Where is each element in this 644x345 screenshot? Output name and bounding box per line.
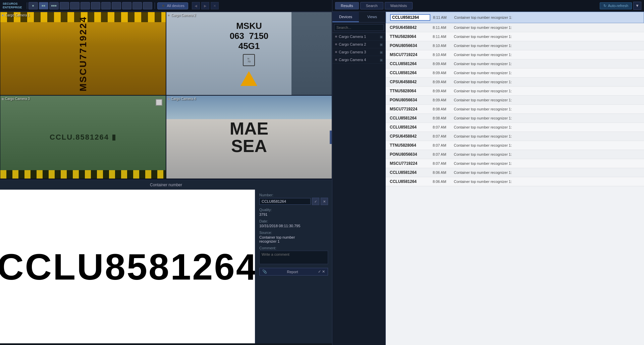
device-search-input[interactable]: [334, 24, 384, 31]
device-item-2[interactable]: Cargo Camera 3 ▣: [332, 48, 385, 56]
date-value: 10/31/2018 08:11:30.795: [259, 224, 328, 228]
cam2-warning-triangle: [240, 71, 257, 86]
result-source-10: Container top number recognizer 1:: [454, 107, 640, 111]
result-row-12[interactable]: CCLU85812648:07 AMContainer top number r…: [386, 123, 644, 132]
result-source-0: Container top number recognizer 1:: [454, 15, 640, 19]
number-confirm-button[interactable]: ✓: [312, 198, 319, 205]
container-number-display: CCLU8581264: [0, 190, 255, 343]
result-row-9[interactable]: PONU80566348:09 AMContainer top number r…: [386, 96, 644, 105]
tab-watchlists[interactable]: Watchlists: [385, 2, 413, 9]
result-time-7: 8:09 AM: [433, 80, 451, 84]
layout-btn-8[interactable]: ​: [101, 2, 111, 9]
layout-btn-5[interactable]: ​: [70, 2, 79, 9]
result-time-8: 8:09 AM: [433, 89, 451, 93]
device-item-1[interactable]: Cargo Camera 2 ▣: [332, 41, 385, 48]
layout-btn-6[interactable]: ​: [80, 2, 90, 9]
report-close-icon: ✕: [322, 269, 325, 274]
number-input[interactable]: [259, 198, 311, 205]
result-source-9: Container top number recognizer 1:: [454, 98, 640, 102]
result-row-13[interactable]: CPSU64588428:07 AMContainer top number r…: [386, 132, 644, 141]
report-action-icons: ✓ ✕: [318, 269, 325, 274]
result-row-10[interactable]: MSCU77192248:08 AMContainer top number r…: [386, 105, 644, 114]
result-row-3[interactable]: PONU80566348:10 AMContainer top number r…: [386, 41, 644, 50]
result-row-18[interactable]: CCLU85812648:06 AMContainer top number r…: [386, 177, 644, 186]
result-container-num-7: CPSU6458842: [390, 80, 430, 84]
camera-cell-2[interactable]: MSKU063 715045G1 ic70 Cargo Camera 2: [166, 12, 332, 95]
result-time-10: 8:08 AM: [433, 107, 451, 111]
result-row-11[interactable]: CCLU85812648:08 AMContainer top number r…: [386, 114, 644, 123]
comment-label: Comment:: [259, 246, 328, 250]
toolbar-sep-2: [155, 2, 155, 9]
number-field-group: Number: ✓ ✕: [259, 193, 328, 205]
nav-forward-button[interactable]: ▶: [201, 2, 209, 9]
layout-btn-11[interactable]: ​: [132, 2, 142, 9]
auto-refresh-button[interactable]: ↻ Auto-refresh: [600, 2, 632, 9]
result-row-16[interactable]: MSCU77192248:07 AMContainer top number r…: [386, 159, 644, 168]
camera-label-2: Cargo Camera 2: [168, 13, 196, 17]
result-container-num-4: MSCU7719224: [390, 52, 430, 57]
cam3-stripes: [0, 170, 166, 179]
quality-value: 3791: [259, 212, 328, 216]
comment-field-group: Comment:: [259, 246, 328, 265]
device-name-2: Cargo Camera 3: [339, 50, 378, 54]
result-container-num-17: CCLU8581264: [390, 170, 430, 175]
result-source-4: Container top number recognizer 1:: [454, 53, 640, 57]
filter-button[interactable]: ▼: [633, 2, 641, 10]
layout-btn-2[interactable]: ■■: [39, 2, 48, 9]
layout-btn-10[interactable]: ​: [122, 2, 131, 9]
number-cancel-button[interactable]: ✕: [321, 198, 328, 205]
cam2-status-dot: [168, 14, 170, 16]
tab-results[interactable]: Results: [335, 2, 359, 9]
result-row-15[interactable]: PONU80566348:07 AMContainer top number r…: [386, 150, 644, 159]
device-name-1: Cargo Camera 2: [339, 42, 378, 46]
result-time-18: 8:06 AM: [433, 180, 451, 184]
device-dot-2: [335, 51, 337, 53]
source-field-group: Source: Container top numberrecognizer 1: [259, 231, 328, 243]
layout-btn-4[interactable]: ​: [60, 2, 69, 9]
result-row-4[interactable]: MSCU77192248:10 AMContainer top number r…: [386, 50, 644, 59]
layout-btn-9[interactable]: ​: [112, 2, 121, 9]
comment-textarea[interactable]: [259, 251, 328, 264]
camera-label-3: Cargo Camera 3: [2, 97, 30, 101]
result-row-17[interactable]: CCLU85812648:06 AMContainer top number r…: [386, 168, 644, 177]
report-label: Report: [287, 270, 298, 274]
layout-btn-1[interactable]: ■: [29, 2, 38, 9]
layout-btn-12[interactable]: ​: [143, 2, 152, 9]
device-item-3[interactable]: Cargo Camera 4 ▣: [332, 56, 385, 64]
report-button[interactable]: 📎 Report ✓ ✕: [259, 268, 328, 276]
result-row-1[interactable]: CPSU64588428:11 AMContainer top number r…: [386, 23, 644, 32]
source-label: Source:: [259, 231, 328, 235]
result-source-15: Container top number recognizer 1:: [454, 152, 640, 156]
layout-btn-3[interactable]: ■■■: [49, 2, 59, 9]
layout-btn-7[interactable]: ​: [91, 2, 100, 9]
result-source-7: Container top number recognizer 1:: [454, 80, 640, 84]
device-item-0[interactable]: Cargo Camera 1 ▣: [332, 33, 385, 41]
result-row-0[interactable]: CCLU85812648:11 AMContainer top number r…: [386, 12, 644, 23]
nav-close-button[interactable]: ✕: [211, 2, 219, 9]
result-row-7[interactable]: CPSU64588428:09 AMContainer top number r…: [386, 78, 644, 87]
cam2-icon-box: ic70: [243, 54, 255, 66]
result-row-14[interactable]: TTNU58280648:07 AMContainer top number r…: [386, 141, 644, 150]
tab-devices[interactable]: Devices: [332, 12, 359, 22]
tab-views[interactable]: Views: [359, 12, 385, 22]
number-label: Number:: [259, 193, 328, 197]
camera-cell-4[interactable]: MAESEA Cargo Camera 4: [166, 95, 332, 179]
tab-search[interactable]: Search: [360, 2, 383, 9]
result-row-5[interactable]: CCLU85812648:09 AMContainer top number r…: [386, 59, 644, 68]
all-devices-button[interactable]: ◾ All devices: [157, 2, 189, 9]
result-source-13: Container top number recognizer 1:: [454, 134, 640, 138]
device-expand-icon-1: ▣: [380, 43, 383, 46]
result-row-6[interactable]: CCLU85812648:09 AMContainer top number r…: [386, 68, 644, 78]
camera-cell-1[interactable]: MSCU7719224 Cargo Camera 1: [0, 12, 166, 95]
result-source-3: Container top number recognizer 1:: [454, 44, 640, 48]
result-source-14: Container top number recognizer 1:: [454, 143, 640, 147]
results-list: CCLU85812648:11 AMContainer top number r…: [386, 12, 644, 345]
cam2-bg-right: [291, 12, 332, 95]
result-row-8[interactable]: TTNU58280648:09 AMContainer top number r…: [386, 87, 644, 96]
cam1-container-text: MSCU7719224: [78, 16, 89, 91]
nav-back-button[interactable]: ◀: [192, 2, 200, 9]
container-number-text: CCLU8581264: [0, 245, 258, 288]
result-row-2[interactable]: TTNU58280648:11 AMContainer top number r…: [386, 32, 644, 41]
device-expand-icon-2: ▣: [380, 50, 383, 54]
camera-cell-3[interactable]: CCLU.8581264 ▮ Cargo Camera 3: [0, 95, 166, 179]
